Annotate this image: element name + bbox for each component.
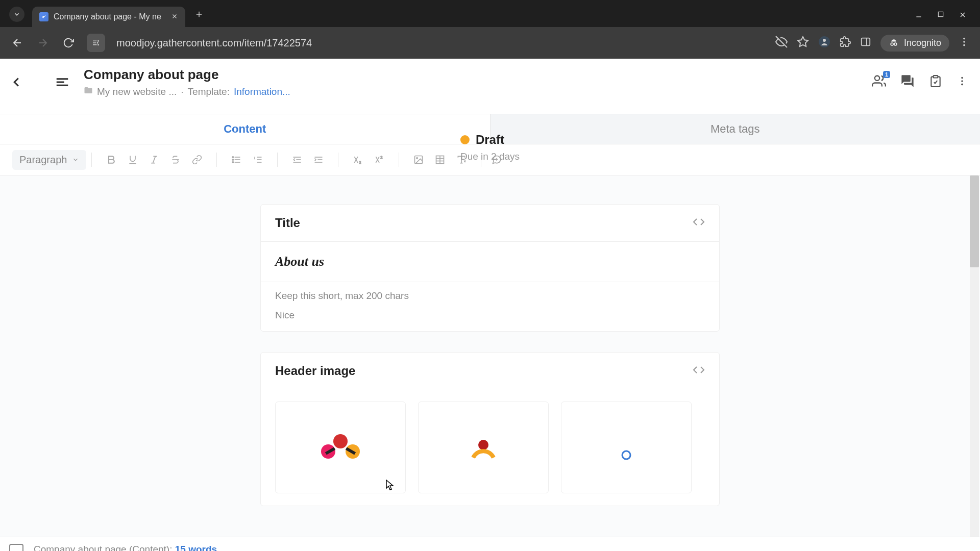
browser-forward-button[interactable] [32, 32, 54, 54]
back-button[interactable] [7, 73, 26, 91]
indent-button[interactable] [308, 149, 329, 170]
svg-point-13 [98, 41, 99, 42]
url-input[interactable]: moodjoy.gathercontent.com/item/17422574 [108, 37, 772, 49]
paragraph-style-select[interactable]: Paragraph [12, 150, 86, 170]
browser-back-button[interactable] [6, 32, 29, 54]
breadcrumb-separator: · [181, 86, 183, 97]
browser-menu-icon[interactable] [959, 36, 970, 49]
insert-table-button[interactable] [430, 149, 450, 170]
eye-off-icon[interactable] [775, 36, 788, 50]
image-thumbnail[interactable] [418, 402, 549, 493]
title-field-hint: Keep this short, max 200 chars [261, 282, 719, 310]
due-date: Due in 2 days [460, 151, 520, 162]
browser-tab[interactable]: Company about page - My ne [32, 7, 185, 27]
svg-point-31 [875, 76, 879, 81]
sidebar-toggle-button[interactable] [53, 73, 71, 91]
image-thumbnail[interactable] [275, 402, 406, 493]
title-field-input[interactable]: About us [261, 241, 719, 282]
title-field-card: Title About us Keep this short, max 200 … [260, 204, 720, 332]
people-badge: 1 [883, 71, 890, 78]
tasks-button[interactable] [929, 74, 942, 90]
svg-point-15 [98, 44, 99, 45]
subscript-button[interactable]: 2 [348, 149, 368, 170]
svg-point-35 [961, 84, 963, 86]
status-block[interactable]: Draft Due in 2 days [460, 133, 520, 162]
breadcrumb: My new website ... · Template: Informati… [84, 86, 290, 97]
svg-point-23 [894, 43, 897, 45]
side-panel-icon[interactable] [860, 36, 871, 49]
code-icon[interactable] [693, 364, 705, 378]
window-maximize-button[interactable] [937, 11, 944, 19]
svg-point-14 [97, 42, 98, 43]
page-title: Company about page [84, 67, 290, 83]
extensions-icon[interactable] [840, 36, 851, 49]
tab-search-button[interactable] [9, 7, 24, 22]
breadcrumb-folder[interactable]: My new website ... [97, 86, 177, 97]
tab-close-icon[interactable] [171, 12, 178, 22]
svg-line-39 [153, 156, 156, 163]
svg-point-44 [232, 157, 234, 158]
template-label: Template: [188, 86, 230, 97]
tab-meta-tags[interactable]: Meta tags [491, 114, 981, 144]
new-tab-button[interactable] [194, 8, 204, 22]
bookmark-star-icon[interactable] [797, 36, 809, 50]
keyboard-icon[interactable] [9, 544, 23, 552]
header-image-card: Header image [260, 352, 720, 506]
svg-point-33 [961, 77, 963, 79]
svg-point-19 [823, 39, 826, 42]
svg-rect-5 [938, 12, 943, 16]
comments-button[interactable] [900, 74, 915, 90]
people-button[interactable]: 1 [872, 74, 886, 90]
svg-text:2: 2 [381, 156, 383, 159]
svg-point-45 [232, 159, 234, 161]
outdent-button[interactable] [287, 149, 307, 170]
unordered-list-button[interactable] [226, 149, 247, 170]
link-button[interactable] [187, 149, 207, 170]
browser-tab-strip: Company about page - My ne [0, 0, 980, 27]
strikethrough-button[interactable] [165, 149, 186, 170]
incognito-indicator[interactable]: Incognito [880, 35, 949, 52]
scrollbar-thumb[interactable] [970, 176, 979, 267]
editor-canvas: Title About us Keep this short, max 200 … [0, 176, 980, 537]
svg-point-26 [963, 41, 965, 43]
window-controls [915, 11, 980, 27]
ordered-list-button[interactable] [248, 149, 268, 170]
browser-address-bar: moodjoy.gathercontent.com/item/17422574 … [0, 27, 980, 59]
profile-avatar-icon[interactable] [818, 36, 830, 50]
app-header: Company about page My new website ... · … [0, 59, 980, 99]
svg-point-70 [333, 434, 348, 448]
title-field-value: About us [275, 254, 705, 269]
footer-doc-label: Company about page (Content): [34, 544, 175, 552]
svg-rect-32 [934, 76, 938, 78]
svg-point-46 [232, 162, 234, 163]
bold-button[interactable] [101, 149, 121, 170]
header-image-heading: Header image [275, 364, 355, 378]
window-minimize-button[interactable] [915, 11, 923, 19]
folder-icon [84, 86, 93, 97]
svg-point-75 [478, 440, 488, 450]
svg-point-76 [622, 451, 630, 459]
status-label: Draft [476, 133, 504, 147]
superscript-button[interactable]: 2 [369, 149, 389, 170]
more-menu-button[interactable] [957, 76, 968, 89]
svg-rect-20 [862, 38, 870, 46]
tab-favicon [39, 12, 48, 21]
code-icon[interactable] [693, 216, 705, 230]
window-close-button[interactable] [959, 11, 967, 19]
image-thumbnail[interactable] [561, 402, 692, 493]
word-count[interactable]: 15 words [175, 544, 217, 552]
paragraph-style-label: Paragraph [19, 154, 67, 166]
svg-point-27 [963, 44, 965, 46]
svg-point-22 [891, 43, 893, 45]
site-info-button[interactable] [87, 34, 105, 52]
italic-button[interactable] [144, 149, 164, 170]
tab-content[interactable]: Content [0, 114, 491, 144]
title-field-heading: Title [275, 216, 300, 230]
svg-point-34 [961, 80, 963, 82]
browser-reload-button[interactable] [57, 32, 80, 54]
title-field-feedback: Nice [261, 310, 719, 331]
insert-image-button[interactable] [408, 149, 429, 170]
underline-button[interactable] [122, 149, 143, 170]
svg-point-59 [416, 158, 418, 159]
template-link[interactable]: Information... [234, 86, 290, 97]
